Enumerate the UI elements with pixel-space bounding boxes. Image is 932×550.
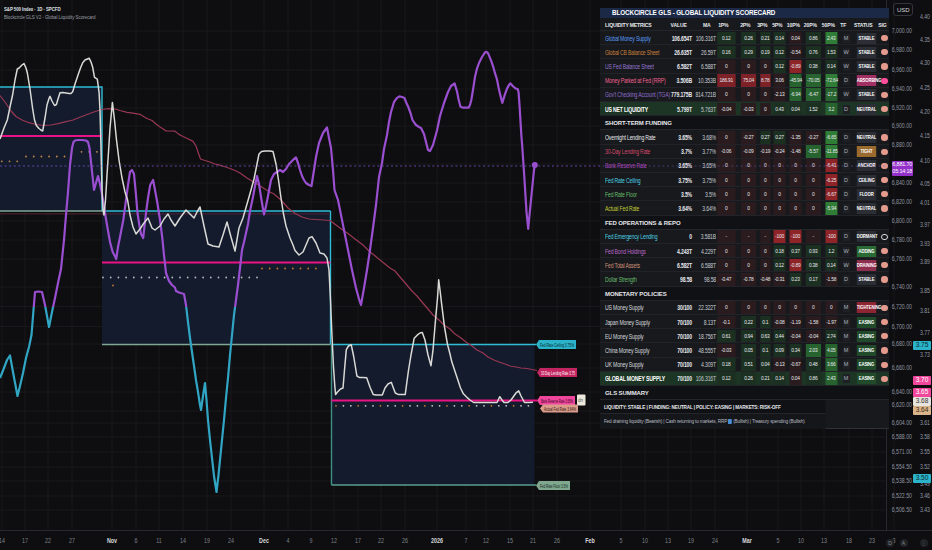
svg-text:30 Day Lending Rate 3.75: 30 Day Lending Rate 3.75 bbox=[541, 370, 575, 376]
svg-text:Bank Reserve Rate 3.65%: Bank Reserve Rate 3.65% bbox=[541, 398, 573, 404]
svg-text:Fed Rate Floor 3.5%: Fed Rate Floor 3.5% bbox=[540, 483, 568, 489]
svg-text:dn: dn bbox=[578, 398, 584, 403]
svg-text:Actual Fed Rate 3.64%: Actual Fed Rate 3.64% bbox=[544, 406, 576, 412]
svg-text:Fed Rate Ceiling 3.75%: Fed Rate Ceiling 3.75% bbox=[540, 342, 574, 348]
